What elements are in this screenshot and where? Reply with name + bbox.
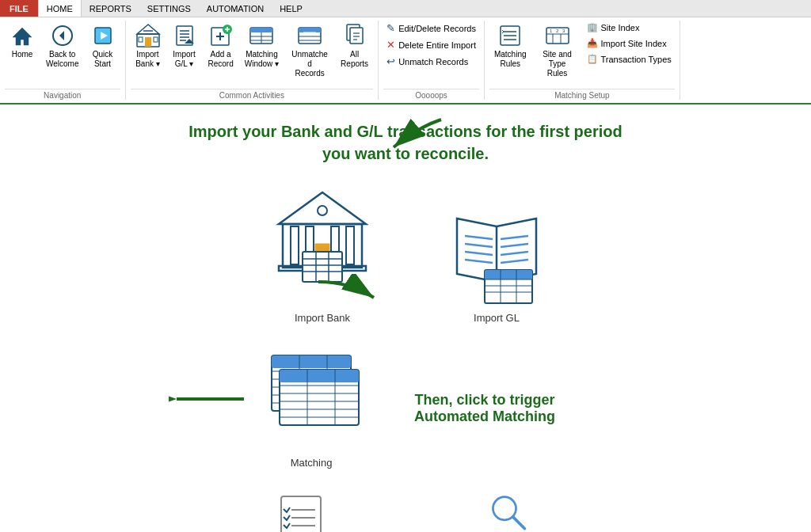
unmatched-records-button[interactable]: UnmatchedRecords	[285, 21, 334, 81]
svg-text:1: 1	[550, 28, 553, 33]
unmatch-records-button[interactable]: ↩ Unmatch Records	[383, 54, 479, 69]
checklist-svg-icon	[277, 492, 325, 532]
gl-svg-icon	[445, 203, 548, 306]
svg-marker-50	[279, 192, 366, 224]
common-activities-group: ImportBank ▾ ImportG/L ▾	[126, 21, 379, 100]
import-bank-label: ImportBank ▾	[135, 50, 160, 69]
add-record-label: Add aRecord	[208, 50, 234, 69]
then-line1: Then, click to trigger	[414, 392, 554, 408]
gl-arrow	[386, 116, 449, 155]
bank-svg-icon	[271, 180, 374, 283]
quick-start-label: QuickStart	[93, 50, 113, 69]
quick-start-button[interactable]: QuickStart	[86, 21, 120, 71]
back-to-welcome-label: Back toWelcome	[46, 50, 79, 69]
svg-line-72	[501, 252, 528, 255]
matching-label: Matching	[291, 457, 333, 469]
svg-text:3: 3	[562, 28, 565, 33]
import-gl-label: Import GL	[474, 312, 520, 324]
unmatch-label: Unmatch Records	[398, 57, 468, 66]
svg-line-107	[513, 517, 525, 529]
home-button[interactable]: Home	[5, 21, 40, 62]
svg-point-51	[318, 206, 327, 215]
bottom-row: MatchingRules Need Help?	[32, 492, 779, 532]
unmatch-icon: ↩	[386, 55, 395, 67]
middle-row: Matching Then, click to trigger Automate…	[32, 348, 779, 469]
edit-icon: ✎	[386, 22, 395, 34]
import-site-index-button[interactable]: 📥 Import Site Index	[584, 36, 675, 50]
ooooops-label: Ooooops	[383, 89, 479, 100]
quick-start-icon	[90, 23, 116, 48]
delete-import-label: Delete Entire Import	[398, 40, 476, 50]
import-gl-button[interactable]: ImportG/L ▾	[167, 21, 202, 71]
transaction-types-icon: 📋	[587, 54, 598, 64]
import-gl-icon	[172, 23, 197, 48]
svg-line-68	[465, 252, 493, 255]
unmatched-records-label: UnmatchedRecords	[290, 50, 329, 78]
site-index-label: Site Index	[601, 23, 640, 32]
navigation-label: Navigation	[5, 89, 120, 100]
delete-icon: ✕	[386, 39, 395, 51]
svg-line-67	[465, 244, 493, 247]
home-label: Home	[12, 50, 33, 59]
matching-rules-ribbon-label: MatchingRules	[494, 50, 527, 69]
svg-rect-34	[350, 28, 363, 44]
delete-import-button[interactable]: ✕ Delete Entire Import	[383, 37, 479, 52]
matching-window-icon	[249, 23, 274, 48]
import-bank-label: Import Bank	[295, 312, 350, 324]
site-index-icon: 🏢	[587, 22, 598, 32]
file-menu[interactable]: FILE	[0, 0, 38, 17]
svg-rect-29	[299, 28, 321, 32]
menu-bar: FILE HOME REPORTS SETTINGS AUTOMATION HE…	[0, 0, 811, 17]
matching-rules-ribbon-button[interactable]: MatchingRules	[489, 21, 531, 71]
ooooops-group: ✎ Edit/Delete Records ✕ Delete Entire Im…	[379, 21, 485, 100]
svg-line-73	[501, 260, 528, 263]
import-bank-icon	[135, 23, 161, 48]
svg-rect-92	[280, 370, 359, 382]
site-type-rules-button[interactable]: 1 2 3 Site andType Rules	[533, 21, 582, 81]
all-reports-icon	[342, 23, 367, 48]
site-index-button[interactable]: 🏢 Site Index	[584, 21, 675, 34]
transaction-types-label: Transaction Types	[601, 55, 672, 64]
home-menu[interactable]: HOME	[38, 0, 82, 17]
reports-menu[interactable]: REPORTS	[82, 0, 139, 17]
back-to-welcome-button[interactable]: Back toWelcome	[41, 21, 84, 71]
matching-rules-icon	[497, 23, 523, 48]
common-activities-label: Common Activities	[131, 89, 374, 100]
trigger-text: Then, click to trigger Automated Matchin…	[414, 392, 555, 425]
bank-arrow	[310, 274, 382, 306]
matching-arrow	[169, 387, 248, 411]
svg-marker-2	[59, 31, 64, 40]
navigation-group: Home Back toWelcome	[0, 21, 126, 100]
site-type-rules-label: Site andType Rules	[538, 50, 577, 78]
settings-menu[interactable]: SETTINGS	[139, 0, 199, 17]
svg-rect-7	[145, 37, 151, 47]
import-gl-label: ImportG/L ▾	[173, 50, 195, 69]
svg-rect-8	[139, 37, 143, 42]
then-line2: Automated Matching	[414, 408, 555, 424]
automation-menu[interactable]: AUTOMATION	[199, 0, 272, 17]
magnifier-svg-icon	[489, 492, 528, 532]
import-gl-block: Import GL	[445, 203, 548, 324]
edit-delete-label: Edit/Delete Records	[398, 24, 476, 33]
unmatched-records-icon	[297, 23, 322, 48]
all-reports-label: AllReports	[341, 50, 368, 69]
svg-rect-75	[485, 270, 532, 279]
ribbon: Home Back toWelcome	[0, 17, 811, 104]
transaction-types-button[interactable]: 📋 Transaction Types	[584, 52, 675, 66]
matching-rules-block: MatchingRules	[277, 492, 325, 532]
help-menu[interactable]: HELP	[272, 0, 310, 17]
svg-line-71	[501, 244, 528, 247]
import-site-index-icon: 📥	[587, 38, 598, 48]
add-record-button[interactable]: Add aRecord	[204, 21, 238, 71]
matching-svg-icon	[256, 348, 367, 450]
all-reports-button[interactable]: AllReports	[336, 21, 373, 71]
matching-window-button[interactable]: MatchingWindow ▾	[240, 21, 284, 71]
edit-delete-records-button[interactable]: ✎ Edit/Delete Records	[383, 21, 479, 36]
import-bank-button[interactable]: ImportBank ▾	[131, 21, 166, 71]
svg-line-66	[465, 236, 493, 239]
matching-block: Matching	[256, 348, 367, 469]
matching-setup-group: MatchingRules 1 2 3 Si	[485, 21, 680, 100]
svg-rect-52	[291, 226, 299, 264]
matching-setup-label: Matching Setup	[489, 89, 675, 100]
main-content: Import your Bank and G/L transactions fo…	[0, 104, 811, 532]
